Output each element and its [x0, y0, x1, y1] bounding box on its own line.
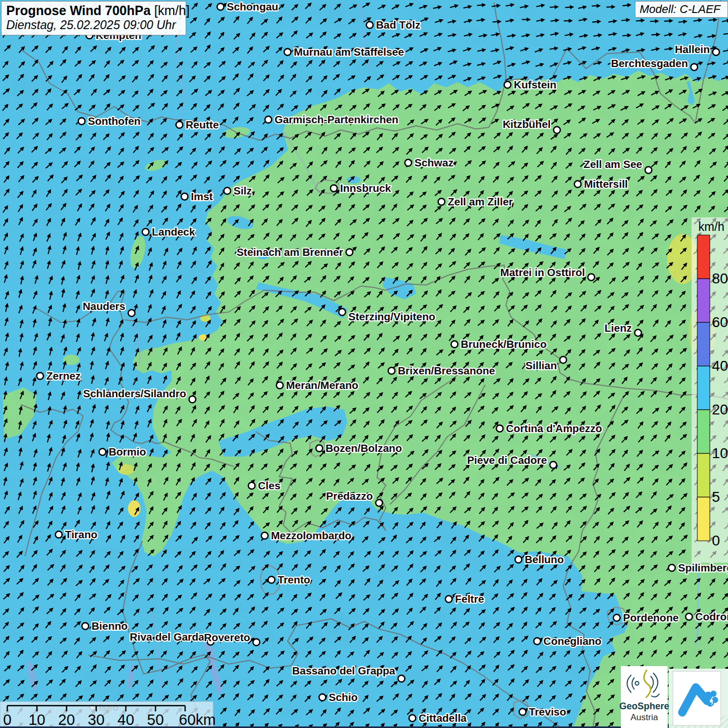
- city-label: Pieve di Cadore: [467, 454, 547, 466]
- city-dot: [409, 715, 416, 722]
- city-dot: [614, 615, 620, 621]
- city-label: Steinach am Brenner: [237, 246, 343, 258]
- city-dot: [515, 556, 522, 563]
- city-marker: Conegliano: [534, 635, 602, 647]
- city-label: Conegliano: [543, 635, 602, 647]
- city-label: Garmisch-Partenkirchen: [275, 113, 398, 125]
- legend: km/h806040201050: [692, 217, 728, 563]
- legend-band: [697, 322, 710, 366]
- city-marker: Meran/Merano: [277, 379, 358, 391]
- legend-tick-label: 5: [712, 489, 720, 505]
- city-marker: Innsbruck: [331, 182, 392, 194]
- city-marker: Pordenone: [614, 612, 679, 623]
- city-dot: [277, 382, 283, 389]
- city-label: Tirano: [65, 528, 97, 540]
- city-label: Schio: [329, 691, 358, 703]
- city-dot: [224, 188, 231, 194]
- city-label: Trento: [278, 574, 310, 586]
- city-marker: Sonthofen: [79, 115, 141, 127]
- legend-band: [697, 410, 710, 453]
- city-dot: [37, 373, 44, 380]
- legend-tick-label: 40: [712, 358, 728, 374]
- city-label: Berchtesgaden: [611, 57, 688, 69]
- city-label: Belluno: [525, 553, 564, 565]
- geosphere-country: Austria: [631, 712, 658, 722]
- city-label: Sterzing/Vipiteno: [348, 310, 435, 322]
- city-dot: [575, 181, 581, 188]
- city-label: Imst: [191, 190, 213, 202]
- city-label: Kufstein: [514, 79, 556, 90]
- weather-app-logo: [673, 671, 721, 725]
- city-marker: Schongau: [217, 1, 279, 12]
- city-dot: [316, 445, 323, 452]
- city-label: Matrei in Osttirol: [500, 266, 585, 278]
- city-dot: [319, 694, 326, 701]
- city-dot: [713, 49, 720, 56]
- city-dot: [550, 462, 557, 469]
- geosphere-logo: GeoSphereAustria: [619, 666, 669, 728]
- city-label: Nauders: [83, 300, 125, 312]
- city-marker: Cortina d'Ampezzo: [497, 422, 602, 434]
- city-label: Sonthofen: [88, 115, 140, 127]
- city-label: Landeck: [152, 226, 196, 238]
- city-dot: [669, 565, 675, 571]
- city-label: Brixen/Bressanone: [398, 365, 495, 376]
- legend-tick-label: 0: [712, 532, 720, 549]
- legend-unit: km/h: [698, 220, 724, 233]
- city-label: Cles: [258, 479, 280, 491]
- legend-tick-label: 10: [712, 445, 728, 461]
- city-dot: [339, 309, 346, 316]
- scale-label: 30: [88, 711, 105, 728]
- city-label: Schlanders/Silandro: [83, 387, 186, 399]
- city-label: Murnau am Staffelsee: [294, 46, 404, 58]
- city-label: Reutte: [186, 119, 219, 131]
- city-dot: [497, 425, 503, 432]
- city-marker: Steinach am Brenner: [237, 246, 353, 258]
- city-dot: [446, 596, 452, 603]
- city-label: Sillian: [526, 359, 557, 371]
- geosphere-wordmark: GeoSphere: [619, 701, 669, 711]
- city-dot: [686, 614, 693, 620]
- city-label: Zell am See: [583, 158, 642, 170]
- map-title: Prognose Wind 700hPa [km/h]: [6, 3, 181, 18]
- city-label: Feltre: [455, 593, 484, 605]
- city-label: Spilimbergo: [678, 562, 728, 574]
- title-unit: [km/h]: [151, 3, 190, 18]
- city-label: Bruneck/Brunico: [461, 338, 547, 350]
- city-dot: [519, 709, 526, 716]
- city-dot: [405, 160, 412, 166]
- city-marker: Murnau am Staffelsee: [284, 46, 404, 58]
- city-label: Codroipo: [695, 610, 728, 622]
- city-label: Zernez: [46, 370, 81, 382]
- city-label: Bassano del Grappa: [292, 665, 396, 677]
- city-label: Riva del Garda: [129, 631, 204, 643]
- city-marker: Mezzolombardo: [262, 529, 352, 541]
- title-product: Prognose Wind 700hPa: [6, 3, 151, 18]
- wind-map-canvas[interactable]: IseoSchongauBad TölzKemptenMurnau am Sta…: [0, 0, 728, 728]
- model-label-box: Modell: C-LAEF: [635, 1, 728, 18]
- scale-label: 10: [29, 711, 45, 728]
- city-dot: [438, 199, 445, 205]
- city-dot: [554, 127, 561, 134]
- city-marker: Zell am Ziller: [438, 196, 513, 207]
- city-dot: [79, 118, 85, 125]
- city-marker: Bruneck/Brunico: [451, 338, 547, 350]
- legend-band: [697, 279, 710, 322]
- scale-label: 60km: [179, 711, 216, 728]
- city-label: Meran/Merano: [286, 379, 358, 391]
- scale-label: 0: [3, 711, 11, 728]
- city-dot: [504, 82, 511, 88]
- city-dot: [331, 185, 337, 192]
- legend-band: [697, 235, 710, 279]
- scale-label: 40: [118, 711, 134, 728]
- city-dot: [588, 274, 595, 281]
- city-dot: [128, 310, 135, 317]
- city-label: Cortina d'Ampezzo: [506, 422, 602, 434]
- city-label: Bozen/Bolzano: [326, 442, 402, 454]
- city-dot: [262, 532, 268, 539]
- city-dot: [253, 639, 260, 646]
- city-dot: [249, 483, 255, 489]
- city-dot: [142, 229, 149, 236]
- city-label: Schongau: [227, 1, 278, 12]
- city-label: Zell am Ziller: [448, 196, 513, 207]
